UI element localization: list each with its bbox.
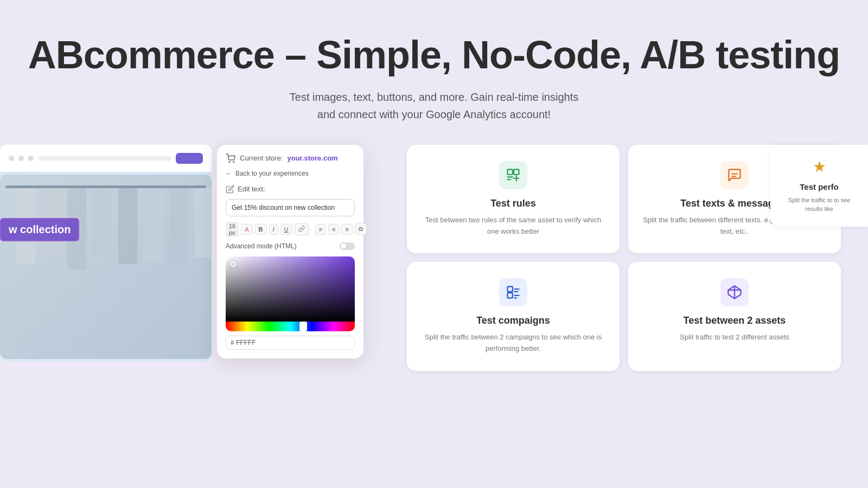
rules-icon bbox=[506, 168, 521, 183]
clothing-8 bbox=[195, 188, 212, 258]
text-edit-input[interactable] bbox=[226, 199, 355, 216]
svg-point-0 bbox=[229, 162, 230, 163]
font-size-badge[interactable]: 16 px bbox=[226, 222, 239, 237]
font-color-btn[interactable]: A bbox=[241, 224, 252, 235]
svg-rect-2 bbox=[508, 169, 513, 174]
right-section: Test rules Test between two rules of the… bbox=[380, 145, 868, 371]
diamond-icon-container bbox=[720, 278, 749, 306]
hero-section: ABcommerce – Simple, No-Code, A/B testin… bbox=[0, 0, 868, 145]
feature-card-test-campaigns: Test compaigns Split the traffic between… bbox=[407, 262, 620, 371]
feature-card-test-rules: Test rules Test between two rules of the… bbox=[407, 145, 620, 254]
advanced-mode-toggle[interactable] bbox=[340, 242, 355, 250]
clothes-content: w collection bbox=[0, 175, 212, 359]
clothing-4 bbox=[93, 188, 112, 256]
mini-nav-bar bbox=[0, 145, 212, 172]
store-header: Current store: your.store.com bbox=[226, 153, 355, 163]
nav-dot-2 bbox=[18, 156, 24, 161]
bold-btn[interactable]: B bbox=[255, 224, 267, 235]
partial-card: ★ Test perfo Split the traffic to to see… bbox=[770, 145, 868, 227]
clothing-7 bbox=[169, 188, 188, 267]
underline-btn[interactable]: U bbox=[280, 224, 292, 235]
chat-icon-container bbox=[720, 161, 749, 189]
nav-action-btn[interactable] bbox=[176, 153, 203, 164]
edit-icon bbox=[226, 185, 234, 194]
feature-card-test-assets: Test between 2 assets Split traffic to t… bbox=[628, 262, 841, 371]
toggle-knob bbox=[341, 243, 346, 249]
link-icon bbox=[298, 226, 305, 232]
hero-title: ABcommerce – Simple, No-Code, A/B testin… bbox=[11, 33, 857, 78]
svg-rect-10 bbox=[508, 287, 513, 292]
advanced-mode-row: Advanced mode (HTML) bbox=[226, 242, 355, 250]
text-toolbar: 16 px A B I U ≡ ≡ ≡ ⧉ bbox=[226, 222, 355, 237]
clothing-6 bbox=[144, 188, 163, 261]
hex-input-row: # FFFFF bbox=[226, 336, 355, 350]
color-picker[interactable] bbox=[226, 256, 355, 331]
test-assets-desc: Split traffic to test 2 different assets bbox=[680, 332, 789, 343]
gradient-area[interactable] bbox=[226, 256, 355, 322]
align-right-btn[interactable]: ≡ bbox=[341, 224, 352, 235]
edit-text-row: Edit text: bbox=[226, 185, 355, 194]
link-btn[interactable] bbox=[295, 223, 309, 235]
clothing-5 bbox=[118, 188, 137, 264]
diamond-icon bbox=[727, 285, 742, 300]
back-link[interactable]: ← Back to your experiences bbox=[226, 170, 355, 177]
test-campaigns-title: Test compaigns bbox=[476, 315, 550, 326]
collection-label: w collection bbox=[0, 218, 79, 241]
star-icon: ★ bbox=[813, 158, 826, 176]
test-assets-title: Test between 2 assets bbox=[684, 315, 786, 326]
left-panel: w collection Current store: your.store.c… bbox=[0, 145, 380, 389]
list-icon bbox=[506, 285, 521, 300]
svg-rect-3 bbox=[514, 169, 519, 174]
test-campaigns-desc: Split the traffic between 2 campaigns to… bbox=[420, 332, 607, 355]
nav-dot-3 bbox=[28, 156, 34, 161]
hue-thumb bbox=[299, 322, 307, 331]
list-icon-container bbox=[499, 278, 527, 306]
app-ui-card: Current store: your.store.com ← Back to … bbox=[217, 145, 363, 358]
nav-dot-1 bbox=[9, 156, 14, 161]
align-center-btn[interactable]: ≡ bbox=[328, 224, 339, 235]
test-rules-title: Test rules bbox=[490, 198, 536, 209]
test-rules-desc: Test between two rules of the same asset… bbox=[420, 215, 607, 237]
cart-icon bbox=[226, 153, 235, 163]
hue-slider[interactable] bbox=[226, 322, 355, 331]
duplicate-btn[interactable]: ⧉ bbox=[355, 223, 367, 235]
content-area: w collection Current store: your.store.c… bbox=[0, 145, 868, 410]
hero-subtitle: Test images, text, buttons, and more. Ga… bbox=[11, 88, 857, 123]
color-picker-cursor bbox=[230, 261, 237, 267]
svg-point-1 bbox=[233, 162, 234, 163]
chat-icon bbox=[727, 168, 742, 183]
italic-btn[interactable]: I bbox=[269, 224, 278, 235]
nav-address-bar bbox=[38, 156, 171, 160]
rules-icon-container bbox=[499, 161, 527, 189]
align-left-btn[interactable]: ≡ bbox=[315, 224, 326, 235]
arrow-left-icon: ← bbox=[226, 170, 232, 177]
partial-card-desc: Split the traffic to to see results like bbox=[779, 196, 859, 214]
svg-rect-11 bbox=[508, 293, 513, 298]
clothes-image-bg: w collection bbox=[0, 175, 212, 359]
gradient-box bbox=[226, 256, 355, 322]
partial-card-title: Test perfo bbox=[800, 182, 838, 191]
